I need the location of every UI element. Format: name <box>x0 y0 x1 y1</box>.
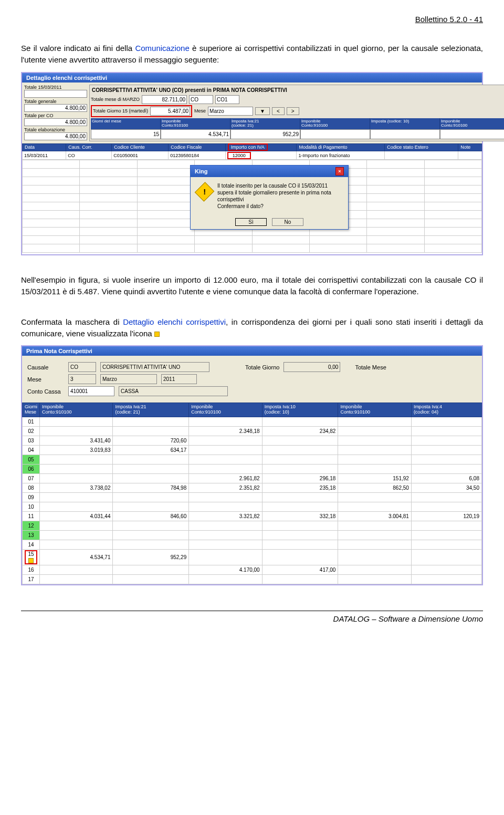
value-cell[interactable] <box>189 465 262 474</box>
value-cell[interactable] <box>113 455 189 465</box>
value-cell[interactable] <box>338 493 411 502</box>
value-cell[interactable]: 862,50 <box>338 483 411 493</box>
grid-row[interactable]: 06 <box>23 465 482 474</box>
value-cell[interactable] <box>113 531 189 540</box>
causale-code[interactable] <box>68 362 96 372</box>
value-cell[interactable] <box>338 540 411 550</box>
value-cell[interactable]: 3.321,82 <box>189 512 262 521</box>
value-cell[interactable] <box>411 493 481 502</box>
value-cell[interactable]: 417,00 <box>262 565 338 574</box>
value-cell[interactable]: 234,82 <box>262 427 338 436</box>
value-cell[interactable] <box>411 521 481 531</box>
cell[interactable]: 12000 <box>225 151 297 160</box>
value-cell[interactable] <box>411 465 481 474</box>
value-cell[interactable] <box>411 540 481 550</box>
value-cell[interactable]: 784,98 <box>113 483 189 493</box>
value-cell[interactable] <box>411 550 481 565</box>
value-cell[interactable] <box>189 540 262 550</box>
grid-row[interactable]: 114.031,44846,603.321,82332,183.004,8112… <box>23 512 482 521</box>
value-cell[interactable] <box>411 436 481 446</box>
value-cell[interactable]: 4.170,00 <box>189 565 262 574</box>
value-cell[interactable]: 151,92 <box>338 474 411 483</box>
day-cell[interactable]: 07 <box>23 474 40 483</box>
tot-val-2[interactable] <box>24 104 87 112</box>
value-cell[interactable]: 6,08 <box>411 474 481 483</box>
value-cell[interactable]: 3.738,02 <box>40 483 113 493</box>
value-cell[interactable] <box>338 521 411 531</box>
value-cell[interactable]: 4.031,44 <box>40 512 113 521</box>
value-cell[interactable] <box>338 574 411 584</box>
value-cell[interactable] <box>189 493 262 502</box>
value-cell[interactable] <box>113 417 189 427</box>
value-cell[interactable] <box>338 417 411 427</box>
grid-row[interactable]: 10 <box>23 502 482 512</box>
value-cell[interactable] <box>338 446 411 455</box>
day-cell[interactable]: 17 <box>23 574 40 584</box>
value-cell[interactable] <box>262 436 338 446</box>
summary-value-cell[interactable] <box>300 129 370 139</box>
day-cell[interactable]: 12 <box>23 521 40 531</box>
day-cell[interactable]: 06 <box>23 465 40 474</box>
mese-v[interactable] <box>208 107 253 116</box>
day-cell[interactable]: 16 <box>23 565 40 574</box>
value-cell[interactable] <box>411 502 481 512</box>
value-cell[interactable] <box>262 455 338 465</box>
value-cell[interactable]: 4.534,71 <box>40 550 113 565</box>
value-cell[interactable] <box>189 455 262 465</box>
value-cell[interactable] <box>113 427 189 436</box>
grid-row[interactable]: 14 <box>23 540 482 550</box>
co1-field[interactable] <box>215 95 239 104</box>
value-cell[interactable] <box>262 417 338 427</box>
prev-btn[interactable]: < <box>272 107 285 115</box>
value-cell[interactable]: 332,18 <box>262 512 338 521</box>
value-cell[interactable]: 235,18 <box>262 483 338 493</box>
value-cell[interactable]: 2.961,82 <box>189 474 262 483</box>
value-cell[interactable] <box>113 474 189 483</box>
conto-code[interactable] <box>68 386 114 396</box>
close-icon[interactable]: × <box>335 167 344 176</box>
value-cell[interactable] <box>40 493 113 502</box>
day-cell[interactable]: 03 <box>23 436 40 446</box>
value-cell[interactable]: 3.004,81 <box>338 512 411 521</box>
yes-button[interactable]: Sì <box>235 218 267 226</box>
grid-row[interactable]: 083.738,02784,982.351,82235,18862,5034,5… <box>23 483 482 493</box>
grid-row[interactable]: 13 <box>23 531 482 540</box>
day-cell[interactable]: 11 <box>23 512 40 521</box>
value-cell[interactable] <box>338 502 411 512</box>
day-cell[interactable]: 09 <box>23 493 40 502</box>
summary-value-cell[interactable] <box>161 129 230 139</box>
grid-row[interactable]: 17 <box>23 574 482 584</box>
grid-row[interactable]: 072.961,82296,18151,926,08 <box>23 474 482 483</box>
value-cell[interactable]: 2.351,82 <box>189 483 262 493</box>
value-cell[interactable] <box>338 427 411 436</box>
value-cell[interactable] <box>113 521 189 531</box>
value-cell[interactable] <box>262 531 338 540</box>
value-cell[interactable]: 120,19 <box>411 512 481 521</box>
grid-row[interactable]: 09 <box>23 493 482 502</box>
value-cell[interactable] <box>189 550 262 565</box>
value-cell[interactable] <box>262 465 338 474</box>
value-cell[interactable] <box>40 474 113 483</box>
value-cell[interactable] <box>411 565 481 574</box>
value-cell[interactable] <box>189 502 262 512</box>
value-cell[interactable] <box>40 417 113 427</box>
value-cell[interactable] <box>113 540 189 550</box>
cell[interactable]: CO <box>66 151 112 160</box>
value-cell[interactable]: 634,17 <box>113 446 189 455</box>
grid-row[interactable]: 12 <box>23 521 482 531</box>
value-cell[interactable] <box>338 565 411 574</box>
cell[interactable]: C01050001 <box>112 151 169 160</box>
day-cell[interactable]: 10 <box>23 502 40 512</box>
grid-row[interactable]: 022.348,18234,82 <box>23 427 482 436</box>
summary-value-cell[interactable] <box>370 129 440 139</box>
value-cell[interactable] <box>40 531 113 540</box>
grid-row[interactable]: 033.431,40720,60 <box>23 436 482 446</box>
value-cell[interactable] <box>262 574 338 584</box>
value-cell[interactable]: 3.431,40 <box>40 436 113 446</box>
day-cell[interactable]: 02 <box>23 427 40 436</box>
value-cell[interactable] <box>262 502 338 512</box>
value-cell[interactable]: 34,50 <box>411 483 481 493</box>
value-cell[interactable] <box>262 521 338 531</box>
value-cell[interactable] <box>40 521 113 531</box>
grid-row[interactable]: 01 <box>23 417 482 427</box>
